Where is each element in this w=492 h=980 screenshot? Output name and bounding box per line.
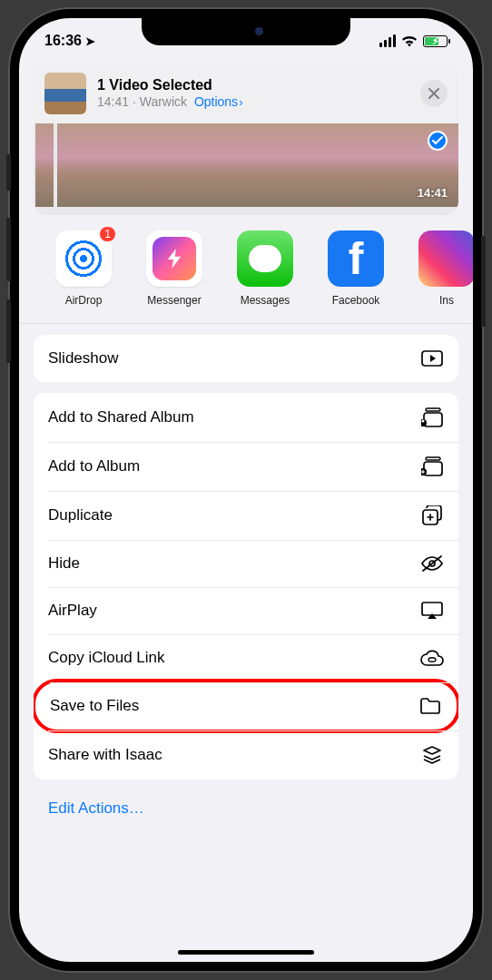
- airplay-icon: [420, 602, 444, 620]
- row-copy-icloud[interactable]: Copy iCloud Link: [34, 634, 458, 681]
- svg-point-4: [422, 420, 425, 423]
- app-instagram[interactable]: Ins: [408, 230, 473, 307]
- notch: [142, 18, 350, 45]
- chevron-right-icon: ›: [239, 95, 242, 109]
- svg-rect-2: [424, 413, 442, 426]
- app-label: Messages: [241, 294, 290, 307]
- album-plus-icon: [420, 456, 444, 476]
- stack-icon: [420, 745, 444, 765]
- status-time-text: 16:36: [44, 33, 82, 48]
- app-label: Ins: [439, 294, 454, 307]
- app-label: Facebook: [332, 294, 380, 307]
- options-button[interactable]: Options›: [194, 94, 243, 109]
- app-label: Messenger: [147, 294, 201, 307]
- row-label: Save to Files: [50, 697, 139, 715]
- play-rect-icon: [420, 350, 444, 367]
- actions-list[interactable]: Slideshow Add to Shared Album Add to Alb…: [19, 324, 473, 962]
- svg-rect-10: [422, 603, 442, 615]
- svg-rect-1: [426, 408, 440, 411]
- battery-icon: ⚡︎: [423, 35, 448, 47]
- row-add-album[interactable]: Add to Album: [34, 442, 458, 491]
- eye-slash-icon: [420, 555, 444, 572]
- svg-rect-6: [424, 462, 442, 475]
- square-plus-icon: [420, 505, 444, 525]
- edit-actions-button[interactable]: Edit Actions…: [34, 790, 458, 832]
- row-label: Slideshow: [48, 349, 119, 368]
- selection-time: 14:41: [97, 94, 129, 109]
- preview-strip[interactable]: 14:41: [34, 123, 458, 214]
- folder-icon: [418, 698, 442, 714]
- row-label: Copy iCloud Link: [48, 649, 165, 667]
- row-hide[interactable]: Hide: [34, 540, 458, 587]
- signal-icon: [379, 34, 396, 47]
- app-facebook[interactable]: f Facebook: [317, 230, 395, 307]
- action-group-2: Add to Shared Album Add to Album Duplica…: [34, 393, 458, 779]
- badge: 1: [98, 225, 117, 243]
- close-icon: [428, 88, 439, 99]
- cloud-link-icon: [420, 650, 444, 666]
- selected-check-icon: [428, 131, 448, 151]
- location-arrow-icon: ➤: [85, 34, 95, 48]
- row-label: Duplicate: [48, 506, 113, 524]
- row-label: AirPlay: [48, 602, 97, 620]
- row-label: Add to Shared Album: [48, 408, 194, 426]
- selection-title: 1 Video Selected: [97, 76, 409, 94]
- facebook-icon: f: [328, 230, 384, 287]
- svg-point-11: [428, 658, 436, 662]
- messenger-icon: [153, 237, 196, 280]
- share-sheet-header: 1 Video Selected 14:41 · Warwick Options…: [34, 64, 458, 214]
- selection-thumbnail: [44, 73, 86, 114]
- row-slideshow[interactable]: Slideshow: [34, 335, 458, 382]
- svg-rect-5: [426, 457, 440, 460]
- selection-location: Warwick: [140, 94, 187, 109]
- selection-subtitle: 14:41 · Warwick Options›: [97, 94, 409, 111]
- app-messages[interactable]: Messages: [226, 230, 304, 307]
- close-button[interactable]: [420, 80, 448, 107]
- video-duration: 14:41: [418, 186, 448, 200]
- row-label: Share with Isaac: [48, 746, 162, 764]
- app-messenger[interactable]: Messenger: [135, 230, 213, 307]
- row-duplicate[interactable]: Duplicate: [34, 491, 458, 540]
- row-label: Hide: [48, 554, 80, 573]
- airdrop-icon: [64, 239, 103, 279]
- row-share-isaac[interactable]: Share with Isaac: [34, 730, 458, 779]
- messages-icon: [237, 230, 293, 287]
- row-add-shared-album[interactable]: Add to Shared Album: [34, 393, 458, 442]
- instagram-icon: [418, 230, 473, 287]
- wifi-icon: [401, 35, 418, 47]
- row-save-files[interactable]: Save to Files: [34, 679, 458, 733]
- row-airplay[interactable]: AirPlay: [34, 587, 458, 634]
- status-time: 16:36 ➤: [44, 33, 95, 49]
- preview-thumbnail[interactable]: 14:41: [57, 123, 458, 207]
- app-label: AirDrop: [65, 294, 103, 307]
- album-person-icon: [420, 407, 444, 427]
- home-indicator[interactable]: [178, 950, 314, 955]
- app-airdrop[interactable]: 1 AirDrop: [44, 230, 123, 307]
- action-group-1: Slideshow: [34, 335, 458, 382]
- share-apps-row[interactable]: 1 AirDrop Messenger Messages f Facebook …: [19, 214, 473, 324]
- row-label: Add to Album: [48, 457, 140, 475]
